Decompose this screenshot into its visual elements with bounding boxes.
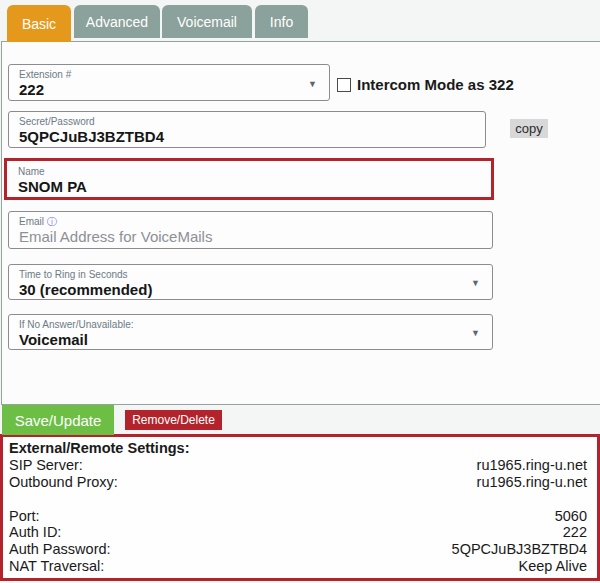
tab-voicemail[interactable]: Voicemail [162, 5, 252, 38]
secret-password-label: Secret/Password [19, 116, 475, 128]
chevron-down-icon[interactable]: ▼ [308, 79, 317, 89]
external-settings-title: External/Remote Settings: [9, 440, 587, 457]
nat-traversal-label: NAT Traversal: [9, 558, 104, 575]
email-field[interactable]: Email ⓘ Email Address for VoiceMails [8, 211, 493, 249]
remove-delete-button[interactable]: Remove/Delete [125, 410, 222, 430]
port-value: 5060 [555, 508, 587, 525]
extension-select[interactable]: Extension # 222 ▼ [8, 64, 330, 101]
tab-info[interactable]: Info [255, 5, 308, 38]
save-update-button[interactable]: Save/Update [2, 405, 114, 435]
auth-id-value: 222 [563, 524, 587, 541]
port-label: Port: [9, 508, 40, 525]
port-row: Port: 5060 [9, 508, 587, 525]
name-field[interactable]: Name SNOM PA [4, 158, 494, 200]
ring-time-value: 30 (recommended) [19, 281, 482, 299]
tab-advanced[interactable]: Advanced [74, 5, 160, 38]
outbound-proxy-value: ru1965.ring-u.net [477, 474, 587, 491]
external-remote-settings-box: External/Remote Settings: SIP Server: ru… [0, 434, 600, 581]
auth-id-row: Auth ID: 222 [9, 524, 587, 541]
secret-password-field[interactable]: Secret/Password 5QPCJuBJ3BZTBD4 [8, 111, 486, 148]
info-icon[interactable]: ⓘ [47, 216, 57, 227]
sip-server-label: SIP Server: [9, 457, 83, 474]
no-answer-value: Voicemail [19, 331, 482, 349]
sip-server-value: ru1965.ring-u.net [477, 457, 587, 474]
no-answer-select[interactable]: If No Answer/Unavailable: Voicemail ▼ [8, 314, 493, 350]
chevron-down-icon[interactable]: ▼ [471, 328, 480, 338]
tab-voicemail-label: Voicemail [177, 14, 237, 30]
auth-password-row: Auth Password: 5QPCJuBJ3BZTBD4 [9, 541, 587, 558]
name-value: SNOM PA [18, 178, 481, 196]
outbound-proxy-row: Outbound Proxy: ru1965.ring-u.net [9, 474, 587, 491]
no-answer-label: If No Answer/Unavailable: [19, 319, 482, 331]
auth-id-label: Auth ID: [9, 524, 61, 541]
intercom-mode-checkbox[interactable] [337, 78, 351, 92]
copy-button[interactable]: copy [510, 119, 548, 138]
tab-info-label: Info [270, 14, 293, 30]
tab-advanced-label: Advanced [86, 14, 148, 30]
auth-password-label: Auth Password: [9, 541, 111, 558]
outbound-proxy-label: Outbound Proxy: [9, 474, 118, 491]
extension-label: Extension # [19, 69, 319, 81]
tab-basic-label: Basic [22, 16, 56, 32]
sip-server-row: SIP Server: ru1965.ring-u.net [9, 457, 587, 474]
ring-time-label: Time to Ring in Seconds [19, 269, 482, 281]
nat-traversal-value: Keep Alive [518, 558, 587, 575]
nat-traversal-row: NAT Traversal: Keep Alive [9, 558, 587, 575]
email-placeholder: Email Address for VoiceMails [19, 228, 482, 246]
extension-value: 222 [19, 81, 319, 99]
secret-password-value: 5QPCJuBJ3BZTBD4 [19, 128, 475, 146]
chevron-down-icon[interactable]: ▼ [471, 278, 480, 288]
external-settings-spacer [9, 491, 587, 508]
auth-password-value: 5QPCJuBJ3BZTBD4 [452, 541, 587, 558]
email-label: Email ⓘ [19, 216, 482, 228]
ring-time-select[interactable]: Time to Ring in Seconds 30 (recommended)… [8, 264, 493, 300]
tab-basic[interactable]: Basic [7, 5, 71, 42]
intercom-mode-label: Intercom Mode as 322 [357, 76, 514, 93]
name-label: Name [18, 166, 481, 178]
